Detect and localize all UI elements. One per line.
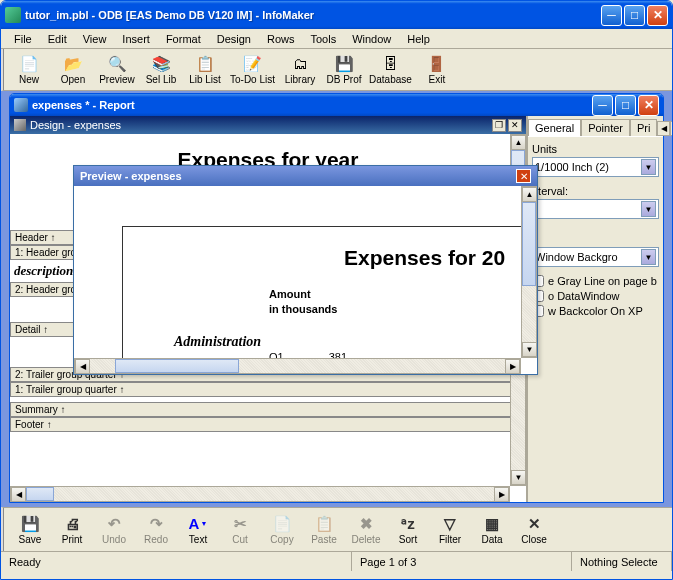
tab-scroll-left-icon[interactable]: ◀ <box>657 121 670 136</box>
design-restore-button[interactable]: ❐ <box>492 119 506 132</box>
scroll-thumb[interactable] <box>26 487 54 501</box>
copy-button: 📄Copy <box>262 515 302 545</box>
check-datawindow[interactable]: o DataWindow <box>532 290 659 302</box>
preview-hscrollbar[interactable]: ◀ ▶ <box>74 358 521 374</box>
design-close-button[interactable]: ✕ <box>508 119 522 132</box>
scroll-thumb[interactable] <box>115 359 240 373</box>
sort-button[interactable]: ᵃzSort <box>388 515 428 545</box>
menu-rows[interactable]: Rows <box>260 31 302 47</box>
tab-general[interactable]: General <box>528 119 581 136</box>
data-button[interactable]: ▦Data <box>472 515 512 545</box>
tab-print[interactable]: Pri <box>630 119 657 136</box>
preview-data-row: Q1381 <box>269 351 347 358</box>
report-minimize-button[interactable]: ─ <box>592 95 613 116</box>
undo-icon: ↶ <box>104 515 124 533</box>
report-maximize-button[interactable]: □ <box>615 95 636 116</box>
exit-button[interactable]: 🚪Exit <box>418 55 456 85</box>
interval-label: nterval: <box>532 185 659 197</box>
print-button[interactable]: 🖨Print <box>52 515 92 545</box>
scroll-right-icon[interactable]: ▶ <box>505 359 520 374</box>
chevron-down-icon[interactable]: ▼ <box>641 159 656 175</box>
report-icon <box>14 98 28 112</box>
scroll-down-icon[interactable]: ▼ <box>522 342 537 357</box>
menu-help[interactable]: Help <box>400 31 437 47</box>
library-button[interactable]: 🗂Library <box>281 55 319 85</box>
preview-subtitle: Amountin thousands <box>269 286 337 316</box>
close-button[interactable]: ✕ <box>647 5 668 26</box>
sort-icon: ᵃz <box>398 515 418 533</box>
status-ready: Ready <box>1 552 352 571</box>
filter-button[interactable]: ▽Filter <box>430 515 470 545</box>
db-prof-icon: 💾 <box>334 55 354 73</box>
db-prof-button[interactable]: 💾DB Prof <box>325 55 363 85</box>
design-hscrollbar[interactable]: ◀ ▶ <box>10 486 510 502</box>
band-trailer-group-1[interactable]: 1: Trailer group quarter ↑ <box>10 382 526 397</box>
interval-combo[interactable]: ▼ <box>532 199 659 219</box>
menu-bar: FileEditViewInsertFormatDesignRowsToolsW… <box>1 29 672 49</box>
units-value: 1/1000 Inch (2) <box>535 161 641 173</box>
maximize-button[interactable]: □ <box>624 5 645 26</box>
new-button[interactable]: 📄New <box>10 55 48 85</box>
preview-vscrollbar[interactable]: ▲ ▼ <box>521 186 537 358</box>
design-icon <box>14 119 26 131</box>
sel-lib-button[interactable]: 📚Sel Lib <box>142 55 180 85</box>
preview-title: Preview - expenses <box>80 170 516 182</box>
menu-edit[interactable]: Edit <box>41 31 74 47</box>
mdi-area: expenses * - Report ─ □ ✕ Design - expen… <box>1 91 672 507</box>
minimize-button[interactable]: ─ <box>601 5 622 26</box>
color-combo[interactable]: Window Backgro ▼ <box>532 247 659 267</box>
delete-button: ✖Delete <box>346 515 386 545</box>
database-button[interactable]: 🗄Database <box>369 55 412 85</box>
cut-button: ✂Cut <box>220 515 260 545</box>
design-titlebar: Design - expenses ❐ ✕ <box>10 116 526 134</box>
preview-titlebar[interactable]: Preview - expenses ✕ <box>74 166 537 186</box>
menu-format[interactable]: Format <box>159 31 208 47</box>
preview-close-button[interactable]: ✕ <box>516 169 531 183</box>
report-title: expenses * - Report <box>32 99 592 111</box>
design-title: Design - expenses <box>30 119 490 131</box>
units-combo[interactable]: 1/1000 Inch (2) ▼ <box>532 157 659 177</box>
check-backcolor-xp[interactable]: w Backcolor On XP <box>532 305 659 317</box>
report-close-button[interactable]: ✕ <box>638 95 659 116</box>
data-icon: ▦ <box>482 515 502 533</box>
open-button[interactable]: 📂Open <box>54 55 92 85</box>
scroll-right-icon[interactable]: ▶ <box>494 487 509 502</box>
scroll-track[interactable] <box>26 487 494 501</box>
save-button[interactable]: 💾Save <box>10 515 50 545</box>
scroll-up-icon[interactable]: ▲ <box>511 135 526 150</box>
preview-button[interactable]: 🔍Preview <box>98 55 136 85</box>
chevron-down-icon[interactable]: ▼ <box>641 249 656 265</box>
menu-window[interactable]: Window <box>345 31 398 47</box>
copy-icon: 📄 <box>272 515 292 533</box>
status-bar: Ready Page 1 of 3 Nothing Selecte <box>1 551 672 571</box>
scroll-left-icon[interactable]: ◀ <box>11 487 26 502</box>
bottom-toolbar: 💾Save🖨Print↶Undo↷RedoA▼Text✂Cut📄Copy📋Pas… <box>1 507 672 551</box>
to-do-list-button[interactable]: 📝To-Do List <box>230 55 275 85</box>
band-footer[interactable]: Footer ↑ <box>10 417 526 432</box>
menu-file[interactable]: File <box>7 31 39 47</box>
scroll-up-icon[interactable]: ▲ <box>522 187 537 202</box>
check-gray-line[interactable]: e Gray Line on page b <box>532 275 659 287</box>
band-summary[interactable]: Summary ↑ <box>10 402 526 417</box>
sel-lib-icon: 📚 <box>151 55 171 73</box>
menu-design[interactable]: Design <box>210 31 258 47</box>
close-button[interactable]: ✕Close <box>514 515 554 545</box>
lib-list-button[interactable]: 📋Lib List <box>186 55 224 85</box>
redo-icon: ↷ <box>146 515 166 533</box>
tab-pointer[interactable]: Pointer <box>581 119 630 136</box>
menu-view[interactable]: View <box>76 31 114 47</box>
status-page: Page 1 of 3 <box>352 552 572 571</box>
preview-content: Expenses for 20 Amountin thousands Admin… <box>74 186 537 358</box>
chevron-down-icon[interactable]: ▼ <box>641 201 656 217</box>
preview-window: Preview - expenses ✕ Expenses for 20 Amo… <box>73 165 538 375</box>
preview-icon: 🔍 <box>107 55 127 73</box>
preview-heading: Expenses for 20 <box>344 246 505 270</box>
text-icon: A▼ <box>188 515 208 533</box>
scroll-down-icon[interactable]: ▼ <box>511 470 526 485</box>
scroll-thumb[interactable] <box>522 202 536 286</box>
menu-tools[interactable]: Tools <box>303 31 343 47</box>
app-titlebar: tutor_im.pbl - ODB [EAS Demo DB V120 IM]… <box>1 1 672 29</box>
text-button[interactable]: A▼Text <box>178 515 218 545</box>
scroll-left-icon[interactable]: ◀ <box>75 359 90 374</box>
menu-insert[interactable]: Insert <box>115 31 157 47</box>
